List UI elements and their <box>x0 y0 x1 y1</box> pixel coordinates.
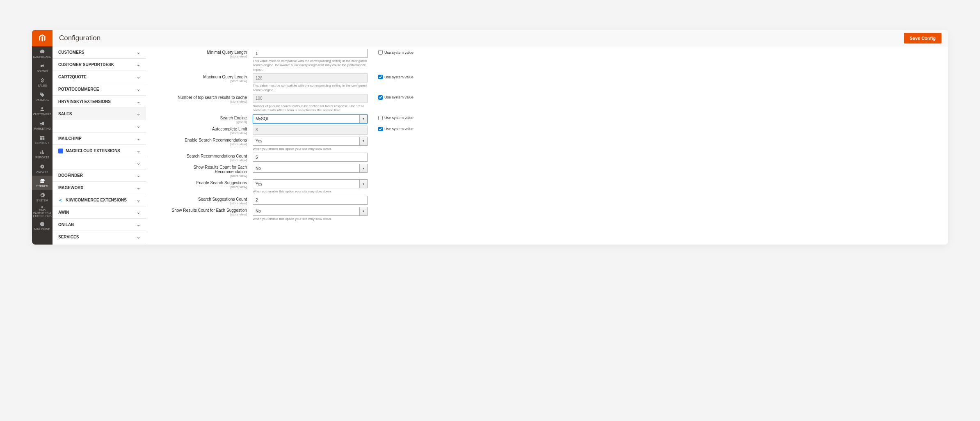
engine-use-system-checkbox[interactable] <box>378 116 383 120</box>
stores-icon <box>39 178 45 184</box>
nav-item-system[interactable]: SYSTEM <box>32 190 53 204</box>
chevron-down-icon: ⌄ <box>137 210 140 215</box>
use-system-label[interactable]: Use system value <box>384 116 413 120</box>
config-section-sales[interactable]: SALES⌄ <box>53 108 146 120</box>
config-section-mageworx[interactable]: MAGEWORX⌄ <box>53 182 146 194</box>
magento-logo[interactable] <box>32 30 53 46</box>
sugg_count-input[interactable] <box>253 196 368 205</box>
section-label: MAILCHIMP <box>58 136 82 141</box>
field-label: Search Engine[global] <box>162 114 253 124</box>
config-section-kiwicommerce-extensions[interactable]: KIWICOMMERCE EXTENSIONS⌄ <box>53 194 146 206</box>
page-title: Configuration <box>59 34 101 42</box>
section-label: SALES <box>58 112 72 116</box>
nav-item-customers[interactable]: CUSTOMERS <box>32 104 53 118</box>
show_recs_count-select[interactable]: No <box>253 164 368 173</box>
main-content: Configuration Save Config CUSTOMERS⌄CUST… <box>53 30 948 245</box>
config-section-customers[interactable]: CUSTOMERS⌄ <box>53 46 146 59</box>
scope-text: [store view] <box>162 174 247 178</box>
config-section-mailchimp[interactable]: MAILCHIMP⌄ <box>53 133 146 145</box>
section-label: POTATOCOMMERCE <box>58 87 99 92</box>
field-row-min_query: Minimal Query Length[store view]This val… <box>162 49 923 72</box>
enable_sugg-select[interactable]: Yes <box>253 179 368 188</box>
config-section-awin[interactable]: AWIN⌄ <box>53 206 146 219</box>
config-section-potatocommerce[interactable]: POTATOCOMMERCE⌄ <box>53 83 146 96</box>
label-text: Number of top search results to cache <box>162 95 247 100</box>
field-label: Enable Search Suggestions[store view] <box>162 179 253 189</box>
nav-label: SALES <box>38 84 47 87</box>
use-system-label[interactable]: Use system value <box>384 50 413 55</box>
enable_recs-select[interactable]: Yes <box>253 137 368 146</box>
content-area: CUSTOMERS⌄CUSTOMER SUPPORTDESK⌄CART2QUOT… <box>53 46 948 245</box>
config-section-services[interactable]: SERVICES⌄ <box>53 231 146 243</box>
field-label: Maximum Query Length[store view] <box>162 73 253 83</box>
use-system-label[interactable]: Use system value <box>384 75 413 79</box>
nav-item-dashboard[interactable]: DASHBOARD <box>32 46 53 61</box>
show_sugg_count-select[interactable]: No <box>253 207 368 216</box>
use-system-wrapper: Use system value <box>368 94 425 100</box>
use-system-label[interactable]: Use system value <box>384 95 413 99</box>
field-control: No <box>253 164 368 173</box>
use-system-label[interactable]: Use system value <box>384 127 413 131</box>
config-sections-nav: CUSTOMERS⌄CUSTOMER SUPPORTDESK⌄CART2QUOT… <box>53 46 146 245</box>
autocomplete-use-system-checkbox[interactable] <box>378 127 383 131</box>
app-window: DASHBOARDSOLWINSALESCATALOGCUSTOMERSMARK… <box>32 30 948 245</box>
chevron-down-icon: ⌄ <box>137 173 140 178</box>
max_query-use-system-checkbox[interactable] <box>378 75 383 79</box>
recs_count-input[interactable] <box>253 153 368 162</box>
field-row-show_sugg_count: Show Results Count for Each Suggestion[s… <box>162 207 923 221</box>
nav-label: FIND PARTNERS & EXTENSIONS <box>32 209 52 217</box>
label-text: Maximum Query Length <box>162 75 247 79</box>
chevron-down-icon: ⌄ <box>137 124 140 129</box>
field-hint: This value must be compatible with the c… <box>253 84 368 92</box>
field-control: This value must be compatible with the c… <box>253 49 368 72</box>
amasty-icon <box>39 164 45 169</box>
field-row-sugg_count: Search Suggestions Count[store view] <box>162 196 923 205</box>
nav-item-marketing[interactable]: MARKETING <box>32 118 53 133</box>
config-section-magecloud-extensions[interactable]: MAGECLOUD EXTENSIONS⌄ <box>53 145 146 157</box>
nav-item-reports[interactable]: REPORTS <box>32 147 53 161</box>
config-section-cart-quote[interactable]: CART2QUOTE⌄ <box>53 71 146 83</box>
nav-item-content[interactable]: CONTENT <box>32 133 53 147</box>
nav-item-solwin[interactable]: SOLWIN <box>32 61 53 75</box>
nav-item-stores[interactable]: STORES <box>32 176 53 190</box>
config-section-doofinder[interactable]: DOOFINDER⌄ <box>53 169 146 182</box>
config-section-customer-supportdesk[interactable]: CUSTOMER SUPPORTDESK⌄ <box>53 59 146 71</box>
field-label: Minimal Query Length[store view] <box>162 49 253 58</box>
field-hint: When you enable this option your site ma… <box>253 217 368 221</box>
field-control: YesWhen you enable this option your site… <box>253 137 368 151</box>
field-control: NoWhen you enable this option your site … <box>253 207 368 221</box>
section-label: KIWICOMMERCE EXTENSIONS <box>58 198 127 203</box>
field-control: YesWhen you enable this option your site… <box>253 179 368 194</box>
nav-item-find-partners-extensions[interactable]: FIND PARTNERS & EXTENSIONS <box>32 204 53 219</box>
field-label: Search Recommendations Count[store view] <box>162 153 253 162</box>
nav-label: CUSTOMERS <box>33 113 52 116</box>
config-section-hryvinskyi-extensions[interactable]: HRYVINSKYI EXTENSIONS⌄ <box>53 96 146 108</box>
label-text: Enable Search Recommendations <box>162 138 247 142</box>
config-section-blank[interactable]: ⌄ <box>53 157 146 169</box>
nav-item-amasty[interactable]: AMASTY <box>32 161 53 176</box>
max_query-input <box>253 73 368 82</box>
save-config-button[interactable]: Save Config <box>904 33 941 43</box>
min_query-input[interactable] <box>253 49 368 58</box>
cache_results-use-system-checkbox[interactable] <box>378 95 383 100</box>
use-system-wrapper: Use system value <box>368 126 425 131</box>
section-label: DOOFINDER <box>58 173 83 178</box>
content-icon <box>39 135 45 141</box>
config-section-onilab[interactable]: ONILAB⌄ <box>53 219 146 231</box>
use-system-wrapper: Use system value <box>368 73 425 79</box>
nav-label: MAILCHIMP <box>34 228 50 231</box>
cache_results-input <box>253 94 368 103</box>
nav-label: REPORTS <box>35 156 49 159</box>
field-label: Enable Search Recommendations[store view… <box>162 137 253 146</box>
label-text: Show Results Count for Each Suggestion <box>162 208 247 213</box>
engine-select[interactable]: MySQL <box>253 114 368 124</box>
field-label: Show Results Count for Each Recommendati… <box>162 164 253 178</box>
nav-label: CATALOG <box>36 98 49 101</box>
config-section-blank[interactable]: ⌄ <box>53 120 146 133</box>
nav-label: SOLWIN <box>37 70 48 73</box>
nav-item-catalog[interactable]: CATALOG <box>32 89 53 104</box>
min_query-use-system-checkbox[interactable] <box>378 50 383 55</box>
nav-item-sales[interactable]: SALES <box>32 75 53 89</box>
nav-item-mailchimp[interactable]: MAILCHIMP <box>32 219 53 233</box>
chevron-down-icon: ⌄ <box>137 62 140 67</box>
